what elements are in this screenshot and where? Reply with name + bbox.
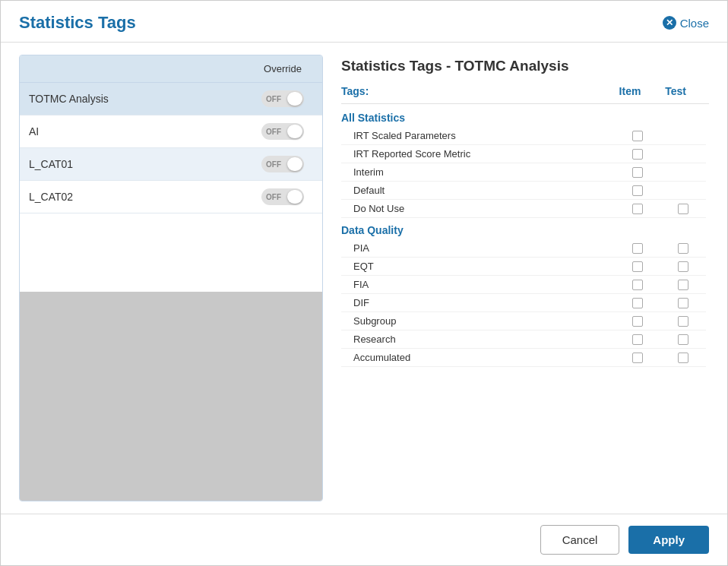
checkbox-pia-test[interactable]: [678, 243, 688, 254]
toggle-ai[interactable]: OFF: [261, 123, 304, 140]
tags-row-label-dif: DIF: [353, 297, 615, 308]
tags-row-test-dif: [660, 298, 706, 308]
tags-row-label-do-not-use: Do Not Use: [353, 203, 615, 214]
override-column-header: Override: [252, 63, 313, 74]
left-row-lcat01[interactable]: L_CAT01 OFF: [20, 148, 322, 181]
toggle-thumb-lcat01: [287, 157, 302, 171]
checkbox-dif-test[interactable]: [678, 298, 688, 308]
checkbox-irt-reported-item[interactable]: [632, 149, 643, 160]
left-panel-rows: TOTMC Analysis OFF AI OFF: [20, 83, 322, 292]
tags-row-dif: DIF: [341, 294, 706, 312]
left-row-lcat02[interactable]: L_CAT02 OFF: [20, 181, 322, 213]
left-panel-header: Override: [20, 55, 322, 83]
dialog-footer: Cancel Apply: [1, 514, 727, 565]
checkbox-subgroup-item[interactable]: [632, 316, 643, 327]
toggle-thumb-ai: [287, 125, 302, 138]
tags-row-test-accumulated: [660, 353, 706, 363]
toggle-lcat02[interactable]: OFF: [261, 188, 304, 205]
tags-row-item-irt-reported: [615, 149, 660, 160]
checkbox-eqt-test[interactable]: [678, 261, 688, 272]
tags-row-item-do-not-use: [615, 204, 660, 214]
apply-button[interactable]: Apply: [628, 526, 709, 554]
toggle-totmc[interactable]: OFF: [261, 90, 304, 107]
checkbox-research-test[interactable]: [678, 334, 688, 345]
tags-row-do-not-use: Do Not Use: [341, 200, 706, 218]
tags-row-test-research: [660, 334, 706, 345]
left-row-label-lcat02: L_CAT02: [29, 191, 252, 203]
tags-row-label-default: Default: [353, 185, 615, 196]
tags-row-default: Default: [341, 182, 706, 200]
left-row-totmc[interactable]: TOTMC Analysis OFF: [20, 83, 322, 115]
close-icon: ✕: [663, 16, 676, 30]
toggle-wrapper-lcat02: OFF: [252, 188, 313, 205]
tags-column-headers: Tags: Item Test: [341, 85, 709, 97]
tags-row-test-eqt: [660, 261, 706, 272]
left-row-label-ai: AI: [29, 125, 252, 138]
tags-row-accumulated: Accumulated: [341, 349, 706, 367]
checkbox-interim-item[interactable]: [632, 167, 643, 178]
tags-row-item-eqt: [615, 261, 660, 272]
checkbox-default-item[interactable]: [632, 185, 643, 196]
toggle-lcat01[interactable]: OFF: [261, 156, 304, 172]
tags-row-pia: PIA: [341, 239, 706, 258]
close-button[interactable]: ✕ Close: [663, 16, 709, 30]
tags-row-label-irt-reported: IRT Reported Score Metric: [353, 148, 615, 160]
tags-row-item-irt-scaled: [615, 131, 660, 141]
tags-col-label: Tags:: [341, 85, 607, 97]
tags-row-label-subgroup: Subgroup: [353, 315, 615, 327]
checkbox-fia-item[interactable]: [632, 280, 643, 290]
right-panel: Statistics Tags - TOTMC Analysis Tags: I…: [323, 55, 709, 501]
tags-row-label-interim: Interim: [353, 166, 615, 178]
checkbox-accumulated-test[interactable]: [678, 353, 688, 363]
left-panel-empty-area: [20, 292, 322, 501]
tags-row-test-fia: [660, 280, 706, 290]
tags-row-label-fia: FIA: [353, 279, 615, 290]
dialog-body: Override TOTMC Analysis OFF AI: [1, 43, 727, 514]
tags-row-test-do-not-use: [660, 204, 706, 214]
checkbox-dif-item[interactable]: [632, 298, 643, 308]
tags-row-irt-reported: IRT Reported Score Metric: [341, 145, 706, 163]
checkbox-pia-item[interactable]: [632, 243, 643, 254]
section-header-data-quality: Data Quality: [341, 218, 706, 239]
tags-row-test-subgroup: [660, 316, 706, 327]
dialog-title: Statistics Tags: [19, 13, 136, 33]
tags-row-eqt: EQT: [341, 258, 706, 276]
checkbox-irt-scaled-item[interactable]: [632, 131, 643, 141]
tags-col-test-header: Test: [653, 85, 698, 97]
tags-row-label-pia: PIA: [353, 242, 615, 254]
left-panel: Override TOTMC Analysis OFF AI: [19, 55, 323, 501]
tags-row-item-research: [615, 334, 660, 345]
tags-row-item-subgroup: [615, 316, 660, 327]
tags-scroll-area[interactable]: All Statistics IRT Scaled Parameters IRT…: [341, 106, 709, 501]
checkbox-eqt-item[interactable]: [632, 261, 643, 272]
tags-row-item-default: [615, 185, 660, 196]
tags-row-label-research: Research: [353, 334, 615, 345]
checkbox-research-item[interactable]: [632, 334, 643, 345]
left-row-ai[interactable]: AI OFF: [20, 115, 322, 148]
checkbox-do-not-use-test[interactable]: [678, 204, 688, 214]
tags-row-item-fia: [615, 280, 660, 290]
tags-row-item-accumulated: [615, 353, 660, 363]
tags-row-label-eqt: EQT: [353, 261, 615, 272]
checkbox-do-not-use-item[interactable]: [632, 204, 643, 214]
toggle-thumb-totmc: [287, 92, 302, 106]
toggle-wrapper-totmc: OFF: [252, 90, 313, 107]
checkbox-accumulated-item[interactable]: [632, 353, 643, 363]
checkbox-subgroup-test[interactable]: [678, 316, 688, 327]
toggle-wrapper-lcat01: OFF: [252, 156, 313, 172]
tags-row-fia: FIA: [341, 276, 706, 294]
tags-row-irt-scaled: IRT Scaled Parameters: [341, 127, 706, 145]
tags-row-item-interim: [615, 167, 660, 178]
toggle-thumb-lcat02: [287, 190, 302, 204]
tags-row-test-pia: [660, 243, 706, 254]
tags-row-item-pia: [615, 243, 660, 254]
cancel-button[interactable]: Cancel: [540, 525, 620, 555]
tags-row-item-dif: [615, 298, 660, 308]
section-header-all-statistics: All Statistics: [341, 106, 706, 127]
tags-row-label-irt-scaled: IRT Scaled Parameters: [353, 130, 615, 141]
dialog-header: Statistics Tags ✕ Close: [1, 1, 727, 43]
checkbox-fia-test[interactable]: [678, 280, 688, 290]
statistics-tags-dialog: Statistics Tags ✕ Close Override TOTMC A…: [0, 0, 728, 566]
tags-col-item-header: Item: [607, 85, 653, 97]
left-row-label-lcat01: L_CAT01: [29, 158, 252, 170]
